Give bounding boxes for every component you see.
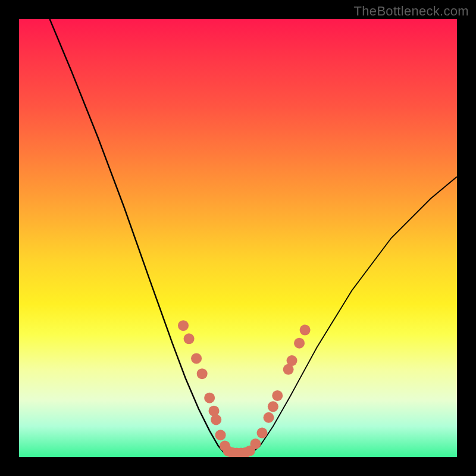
marker-group — [178, 320, 311, 457]
marker-dot — [294, 338, 305, 349]
marker-dot — [300, 325, 311, 336]
curve-right-path — [251, 177, 457, 453]
marker-dot — [264, 412, 274, 423]
watermark-text: TheBottleneck.com — [354, 4, 469, 19]
chart-svg — [19, 19, 457, 457]
marker-dot — [272, 390, 283, 401]
marker-dot — [184, 333, 195, 344]
marker-dot — [287, 355, 298, 366]
chart-frame: TheBottleneck.com — [0, 0, 476, 476]
curve-group — [50, 19, 457, 456]
marker-dot — [268, 401, 278, 412]
curve-left-path — [50, 19, 225, 453]
marker-dot — [191, 353, 202, 364]
marker-dot — [250, 439, 261, 449]
marker-dot — [197, 368, 208, 379]
marker-dot — [215, 430, 226, 440]
marker-dot — [256, 428, 267, 439]
marker-dot — [204, 393, 215, 403]
marker-dot — [211, 414, 221, 425]
plot-area — [19, 19, 457, 457]
marker-dot — [178, 320, 189, 331]
